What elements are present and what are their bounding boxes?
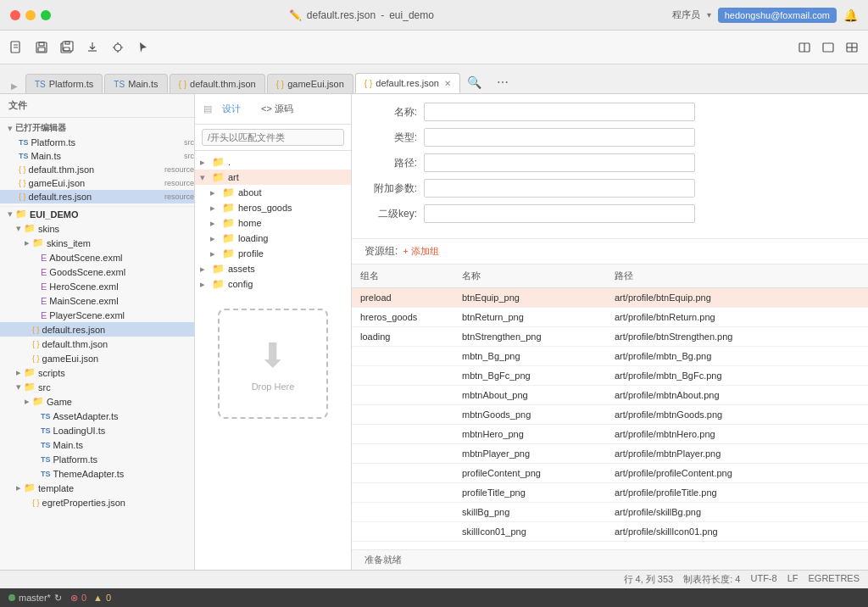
- game-label: Game: [47, 397, 194, 407]
- git-branch[interactable]: master* ↻: [8, 593, 62, 604]
- sidebar-platform-ts[interactable]: ▸ TS Platform.ts: [0, 452, 194, 466]
- row-path: art/profile/mbtnGoods.png: [606, 405, 868, 425]
- sidebar-item-platform[interactable]: TS Platform.ts src: [0, 136, 194, 149]
- row-path: art/profile/btnStrengthen.png: [606, 327, 868, 347]
- save-all-icon[interactable]: [59, 40, 75, 55]
- ts-icon-loading: TS: [41, 426, 51, 435]
- sidebar-goods-scene[interactable]: ▸ E GoodsScene.exml: [0, 265, 194, 279]
- user-email-button[interactable]: hedongshu@foxmail.com: [718, 8, 837, 23]
- dir-config[interactable]: ▸ 📁 config: [195, 276, 351, 292]
- dir-loading[interactable]: ▸ 📁 loading: [195, 231, 351, 246]
- program-dropdown-arrow[interactable]: ▾: [707, 10, 711, 19]
- table-row[interactable]: mbtnAbout_png art/profile/mbtnAbout.png: [352, 386, 868, 405]
- tab-platform[interactable]: TS Platform.ts: [25, 74, 103, 93]
- pointer-icon[interactable]: [136, 40, 151, 55]
- sidebar-default-res[interactable]: ▸ { } default.res.json: [0, 322, 194, 337]
- git-errors[interactable]: ⊗ 0 ▲ 0: [70, 593, 111, 604]
- sidebar-themeadapter[interactable]: ▸ TS ThemeAdapter.ts: [0, 466, 194, 481]
- dir-home[interactable]: ▸ 📁 home: [195, 215, 351, 231]
- sidebar-egret-properties[interactable]: ▸ { } egretProperties.json: [0, 495, 194, 510]
- table-row[interactable]: hreros_goods btnReturn_png art/profile/b…: [352, 308, 868, 327]
- split-view-icon[interactable]: [797, 40, 812, 55]
- tab-main[interactable]: TS Main.ts: [104, 74, 167, 93]
- sidebar-template[interactable]: ▸ 📁 template: [0, 481, 194, 495]
- sidebar-loadingui[interactable]: ▸ TS LoadingUI.ts: [0, 423, 194, 437]
- sidebar-skins[interactable]: ▾ 📁 skins: [0, 221, 194, 236]
- table-row[interactable]: skillBg_png art/profile/skillBg.png: [352, 503, 868, 522]
- drop-zone[interactable]: ⬇ Drop Here: [218, 309, 328, 419]
- filter-input[interactable]: [202, 129, 344, 146]
- table-row[interactable]: mbtnPlayer_png art/profile/mbtnPlayer.pn…: [352, 444, 868, 464]
- notification-icon[interactable]: 🔔: [843, 8, 858, 22]
- dir-profile[interactable]: ▸ 📁 profile: [195, 246, 351, 261]
- dir-heros-goods[interactable]: ▸ 📁 heros_goods: [195, 200, 351, 215]
- close-button[interactable]: [10, 10, 20, 20]
- tab-main-label: Main.ts: [128, 79, 158, 89]
- tab-close-icon[interactable]: ✕: [444, 79, 451, 88]
- dir-about[interactable]: ▸ 📁 about: [195, 185, 351, 200]
- save-icon[interactable]: [34, 40, 49, 55]
- sidebar-skins-item[interactable]: ▸ 📁 skins_item: [0, 236, 194, 250]
- table-row[interactable]: mbtn_Bg_png art/profile/mbtn_Bg.png: [352, 347, 868, 366]
- tab-more-icon[interactable]: ⋯: [492, 71, 514, 93]
- table-row[interactable]: profileTitle_png art/profile/profileTitl…: [352, 483, 868, 503]
- sidebar-root[interactable]: ▾ 📁 EUI_DEMO: [0, 207, 194, 221]
- download-icon[interactable]: [85, 40, 100, 55]
- sidebar-assetadapter[interactable]: ▸ TS AssetAdapter.ts: [0, 409, 194, 423]
- sidebar-hero-scene[interactable]: ▸ E HeroScene.exml: [0, 279, 194, 293]
- path-input[interactable]: [424, 153, 695, 172]
- sidebar-main-scene[interactable]: ▸ E MainScene.exml: [0, 293, 194, 308]
- design-icon: ▤: [203, 103, 212, 114]
- dir-dot[interactable]: ▸ 📁 .: [195, 154, 351, 170]
- sidebar-gameEui2[interactable]: ▸ { } gameEui.json: [0, 351, 194, 365]
- sidebar-item-main[interactable]: TS Main.ts src: [0, 149, 194, 163]
- table-row[interactable]: loading btnStrengthen_png art/profile/bt…: [352, 327, 868, 347]
- sidebar-main-ts[interactable]: ▸ TS Main.ts: [0, 437, 194, 452]
- sidebar-item-default-thm[interactable]: { } default.thm.json resource: [0, 163, 194, 176]
- table-row[interactable]: preload btnEquip_png art/profile/btnEqui…: [352, 288, 868, 308]
- source-view-btn[interactable]: <> 源码: [258, 101, 297, 117]
- debug-icon[interactable]: [110, 40, 125, 55]
- type-input[interactable]: [424, 128, 695, 147]
- root-arrow: ▾: [5, 209, 15, 220]
- warning-icon: ▲: [93, 593, 103, 603]
- table-row[interactable]: mbtn_BgFc_png art/profile/mbtn_BgFc.png: [352, 366, 868, 386]
- new-file-icon[interactable]: [8, 40, 24, 55]
- tab-gameEui[interactable]: { } gameEui.json: [267, 74, 353, 93]
- sidebar-item-default-res[interactable]: { } default.res.json resource: [0, 190, 194, 203]
- ts-file-icon2: TS: [19, 152, 29, 160]
- svg-rect-5: [38, 47, 45, 52]
- dir-assets[interactable]: ▸ 📁 assets: [195, 261, 351, 276]
- sidebar-about-scene[interactable]: ▸ E AboutScene.exml: [0, 250, 194, 265]
- dir-art[interactable]: ▾ 📁 art: [195, 170, 351, 185]
- game-arrow: ▸: [22, 396, 32, 407]
- sidebar-item-gameEui[interactable]: { } gameEui.json resource: [0, 176, 194, 190]
- table-row[interactable]: mbtnGoods_png art/profile/mbtnGoods.png: [352, 405, 868, 425]
- tab-search-icon[interactable]: 🔍: [462, 71, 487, 93]
- egret-properties-label: egretProperties.json: [42, 498, 194, 508]
- sidebar-scripts[interactable]: ▸ 📁 scripts: [0, 365, 194, 380]
- extra-input[interactable]: [424, 179, 695, 198]
- tab-gameEui-icon: { }: [276, 80, 284, 89]
- sidebar-player-scene[interactable]: ▸ E PlayerScene.exml: [0, 308, 194, 322]
- prop-type-row: 类型:: [364, 128, 855, 147]
- loading-folder-icon: 📁: [222, 232, 235, 244]
- sidebar-game[interactable]: ▸ 📁 Game: [0, 394, 194, 409]
- maximize-button[interactable]: [41, 10, 51, 20]
- layout-icon[interactable]: [821, 40, 836, 55]
- name-input[interactable]: [424, 103, 695, 121]
- table-row[interactable]: skillIcon01_png art/profile/skillIcon01.…: [352, 522, 868, 542]
- secondary-key-input[interactable]: [424, 204, 695, 223]
- table-row[interactable]: mbtnHero_png art/profile/mbtnHero.png: [352, 425, 868, 444]
- add-group-button[interactable]: + 添加组: [403, 245, 438, 258]
- table-row[interactable]: profileContent_png art/profile/profileCo…: [352, 464, 868, 483]
- grid-icon[interactable]: [844, 40, 860, 55]
- skins-item-arrow: ▸: [22, 237, 32, 248]
- minimize-button[interactable]: [25, 10, 36, 20]
- sidebar-src[interactable]: ▾ 📁 src: [0, 380, 194, 394]
- tab-default-res[interactable]: { } default.res.json ✕: [355, 73, 460, 93]
- design-view-btn[interactable]: 设计: [219, 101, 244, 117]
- tab-default-thm[interactable]: { } default.thm.json: [170, 74, 265, 93]
- sidebar-default-thm2[interactable]: ▸ { } default.thm.json: [0, 337, 194, 351]
- open-editors-header[interactable]: ▾ 已打开编辑器: [0, 120, 194, 136]
